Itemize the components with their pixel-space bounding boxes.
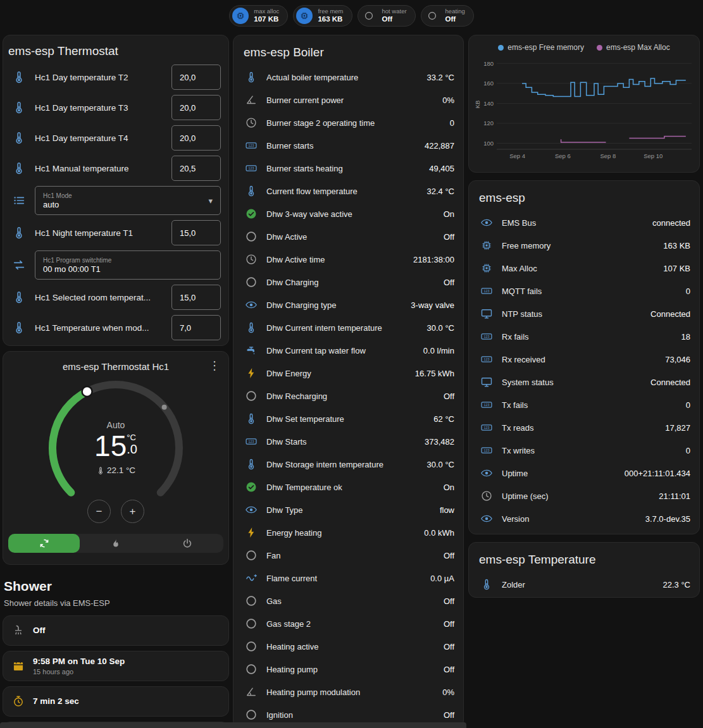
entity-row[interactable]: FanOff	[233, 544, 463, 567]
hvac-mode-auto-button[interactable]	[8, 534, 80, 553]
entity-row[interactable]: Dhw Typeflow	[233, 498, 463, 521]
entity-row[interactable]: 123MQTT fails0	[469, 280, 699, 302]
entity-row[interactable]: Dhw ActiveOff	[233, 225, 463, 248]
entity-row[interactable]: Dhw Current tap water flow0.0 l/min	[233, 339, 463, 362]
entity-row[interactable]: Max Alloc107 KB	[469, 257, 699, 280]
thermometer-icon	[245, 458, 258, 471]
power-icon	[182, 538, 193, 549]
memory-chart-card[interactable]: ems-esp Free memoryems-esp Max Alloc 100…	[468, 35, 700, 173]
thermometer-icon	[12, 290, 26, 304]
entity-value: 30.0 °C	[426, 460, 454, 469]
dial-handle[interactable]	[82, 386, 92, 397]
entity-row[interactable]: Dhw RechargingOff	[233, 385, 463, 407]
thermostat-rows: Hc1 Day temperature T220,0Hc1 Day temper…	[3, 62, 228, 343]
shower-card[interactable]: 7 min 2 sec	[3, 686, 229, 717]
number-input[interactable]: 20,0	[171, 95, 221, 120]
shower-card[interactable]: 9:58 PM on Tue 10 Sep15 hours ago	[3, 651, 229, 681]
entity-row[interactable]: Dhw Temperature okOn	[233, 476, 463, 498]
field-label: Hc1 Program switchtime	[43, 257, 213, 264]
thermometer-icon	[245, 321, 258, 334]
number-input[interactable]: 20,0	[171, 65, 221, 90]
entity-row[interactable]: Flame current0.0 µA	[233, 567, 463, 589]
entity-row[interactable]: Uptime (sec)21:11:01	[469, 484, 699, 507]
entity-row[interactable]: Free memory163 KB	[469, 234, 699, 257]
entity-row[interactable]: System statusConnected	[469, 371, 699, 393]
legend-item[interactable]: ems-esp Max Alloc	[597, 43, 670, 52]
counter-icon: 123	[245, 139, 258, 152]
badge-heating[interactable]: heatingOff	[421, 5, 474, 27]
more-options-button[interactable]: ⋮	[207, 358, 222, 373]
entity-row[interactable]: Dhw Active time2181:38:00	[233, 248, 463, 271]
entity-row[interactable]: Heating activeOff	[233, 635, 463, 658]
entity-row[interactable]: Current flow temperature32.4 °C	[233, 180, 463, 202]
number-input[interactable]: 7,0	[171, 315, 221, 340]
entity-row[interactable]: GasOff	[233, 589, 463, 612]
boiler-card: ems-esp Boiler Actual boiler temperature…	[233, 35, 464, 728]
shower-card[interactable]: Off	[3, 615, 229, 646]
target-temp-integer: 15	[94, 431, 127, 460]
number-input[interactable]: 20,5	[171, 156, 221, 181]
badge-label: free mem	[318, 8, 343, 15]
entity-value: 30.0 °C	[426, 323, 454, 333]
entity-row[interactable]: Heating pump modulation0%	[233, 681, 463, 703]
entity-row[interactable]: Dhw Current intern temperature30.0 °C	[233, 316, 463, 339]
entity-row[interactable]: Zolder22.3 °C	[469, 573, 699, 596]
hvac-mode-off-button[interactable]	[152, 534, 223, 553]
entity-row[interactable]: 123Rx fails18	[469, 325, 699, 348]
entity-name: Uptime	[502, 469, 616, 478]
entity-row[interactable]: Dhw Storage intern temperature30.0 °C	[233, 453, 463, 476]
entity-value: 422,887	[425, 141, 454, 151]
entity-row[interactable]: 123Tx fails0	[469, 393, 699, 416]
entity-row[interactable]: 123Burner starts heating49,405	[233, 157, 463, 180]
entity-row[interactable]: Dhw Energy16.75 kWh	[233, 362, 463, 385]
boiler-rows: Actual boiler temperature33.2 °CBurner c…	[233, 66, 463, 726]
entity-row[interactable]: 123Tx writes0	[469, 439, 699, 462]
entity-name: Current flow temperature	[266, 187, 418, 196]
badge-max-alloc[interactable]: max alloc107 KB	[229, 5, 288, 27]
number-input[interactable]: 15,0	[171, 220, 221, 245]
entity-value: connected	[652, 218, 690, 228]
badge-free-mem[interactable]: free mem163 KB	[293, 5, 352, 27]
entity-row[interactable]: Burner current power0%	[233, 89, 463, 111]
entity-row[interactable]: 123Tx reads17,827	[469, 416, 699, 439]
chip-icon	[480, 262, 493, 275]
text-input[interactable]: Hc1 Program switchtime00 mo 00:00 T1	[35, 250, 221, 280]
entity-row[interactable]: Dhw Charging type3-way valve	[233, 293, 463, 316]
entity-row[interactable]: Actual boiler temperature33.2 °C	[233, 66, 463, 89]
entity-row[interactable]: Gas stage 2Off	[233, 612, 463, 635]
entity-row[interactable]: Heating pumpOff	[233, 658, 463, 681]
entity-name: Dhw Temperature ok	[266, 483, 435, 492]
entity-row[interactable]: 123Dhw Starts373,482	[233, 430, 463, 453]
entity-row[interactable]: Energy heating0.0 kWh	[233, 521, 463, 544]
entity-row[interactable]: Dhw 3-way valve activeOn	[233, 202, 463, 225]
entity-value: Off	[444, 619, 454, 629]
entity-row[interactable]: Burner stage 2 operating time0	[233, 111, 463, 134]
entity-name: Dhw Set temperature	[266, 414, 425, 424]
counter-icon: 123	[245, 162, 258, 175]
hvac-mode-heat-button[interactable]	[80, 534, 151, 553]
clock-icon	[245, 116, 258, 129]
entity-row[interactable]: Version3.7.0-dev.35	[469, 507, 699, 530]
entity-row[interactable]: Uptime000+21:11:01.434	[469, 462, 699, 484]
entity-value: 107 KB	[663, 264, 690, 273]
entity-row[interactable]: 123Burner starts422,887	[233, 134, 463, 157]
entity-row[interactable]: Dhw ChargingOff	[233, 271, 463, 293]
entity-row[interactable]: NTP statusConnected	[469, 302, 699, 325]
entity-row[interactable]: 123Rx received73,046	[469, 348, 699, 371]
circle-outline-icon	[245, 230, 258, 243]
number-input[interactable]: 20,0	[171, 125, 221, 151]
shower-cards: Off9:58 PM on Tue 10 Sep15 hours ago7 mi…	[3, 615, 229, 728]
entity-name: Dhw Type	[266, 505, 431, 515]
legend-item[interactable]: ems-esp Free memory	[498, 43, 584, 52]
increase-temperature-button[interactable]: +	[121, 500, 144, 523]
circle-outline-icon	[245, 617, 258, 630]
number-input[interactable]: 15,0	[171, 285, 221, 310]
mode-select[interactable]: Hc1 Modeauto▾	[35, 186, 221, 215]
decrease-temperature-button[interactable]: −	[87, 500, 111, 523]
badge-hot-water[interactable]: hot waterOff	[358, 5, 416, 27]
entity-row[interactable]: EMS Busconnected	[469, 211, 699, 234]
dial-buttons: − +	[40, 500, 192, 523]
counter-icon: 123	[480, 398, 493, 411]
thermostat-dial[interactable]: Auto 15 °C .0 22.1 °C − +	[40, 373, 192, 527]
entity-row[interactable]: Dhw Set temperature62 °C	[233, 407, 463, 430]
